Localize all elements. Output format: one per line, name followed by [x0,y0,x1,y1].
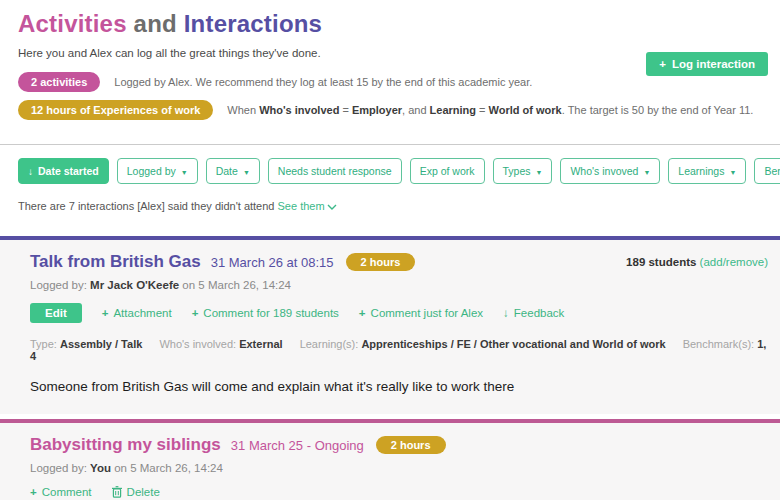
card-actions: +Comment Delete [30,486,768,498]
attachment-link[interactable]: +Attachment [102,307,172,319]
card-header: Babysitting my siblings 31 March 25 - On… [30,435,768,455]
logged-by-line: Logged by: You on 5 March 26, 14:24 [30,462,768,474]
delete-icon [112,486,122,498]
duration-badge: 2 hours [376,436,446,454]
caret-down-icon: ▼ [181,169,188,176]
caret-down-icon: ▼ [243,169,250,176]
interaction-card-babysitting: Babysitting my siblings 31 March 25 - On… [0,419,780,500]
logged-by-line: Logged by: Mr Jack O'Keefe on 5 March 26… [30,279,768,291]
interaction-card-talk-from-british-gas: Talk from British Gas 31 March 26 at 08:… [0,236,780,414]
activities-summary-text: Logged by Alex. We recommend they log at… [114,76,532,88]
chevron-down-icon [327,204,337,211]
card-header: Talk from British Gas 31 March 26 at 08:… [30,252,768,272]
notice-text: There are 7 interactions [Alex] said the… [18,200,278,212]
page-title: Activities and Interactions [18,10,768,38]
filter-bar: ↓Date started Logged by▼ Date▼ Needs stu… [0,145,780,184]
meta-learnings: Learning(s): Apprenticeships / FE / Othe… [300,338,666,350]
students-info: 189 students (add/remove) [626,256,768,268]
page-title-activities: Activities [18,10,127,37]
arrow-down-icon: ↓ [503,307,509,319]
plus-icon: + [359,307,366,319]
feedback-link[interactable]: ↓Feedback [503,307,564,319]
hours-summary-text: When Who's involved = Employer, and Lear… [227,104,753,116]
filter-types[interactable]: Types▼ [493,158,553,184]
filter-date[interactable]: Date▼ [206,158,260,184]
hours-badge: 12 hours of Experiences of work [18,100,213,120]
see-them-link[interactable]: See them [278,200,337,212]
filter-exp-of-work[interactable]: Exp of work [410,158,485,184]
filter-learnings[interactable]: Learnings▼ [668,158,746,184]
caret-down-icon: ▼ [643,169,650,176]
comment-for-students-link[interactable]: +Comment for 189 students [192,307,339,319]
page-header: Activities and Interactions Here you and… [0,0,780,120]
activities-count-badge: 2 activities [18,72,100,92]
logged-by-name: Mr Jack O'Keefe [90,279,179,291]
delete-link[interactable]: Delete [112,486,160,498]
interaction-date: 31 March 25 - Ongoing [231,438,364,453]
interaction-date: 31 March 26 at 08:15 [211,255,334,270]
comment-just-for-alex-link[interactable]: +Comment just for Alex [359,307,483,319]
caret-down-icon: ▼ [729,169,736,176]
page-title-and: and [127,10,184,37]
card-meta: Type: Assembly / Talk Who's involved: Ex… [30,338,768,362]
filter-benchmarks[interactable]: Benchmarks▼ [754,158,780,184]
add-remove-students-link[interactable]: (add/remove) [700,256,768,268]
hours-summary-row: 12 hours of Experiences of work When Who… [18,100,768,120]
filter-date-started[interactable]: ↓Date started [18,158,109,184]
plus-icon: + [30,486,37,498]
activities-page: Activities and Interactions Here you and… [0,0,780,500]
filter-logged-by[interactable]: Logged by▼ [117,158,198,184]
filter-needs-student-response[interactable]: Needs student response [268,158,402,184]
interaction-title: Talk from British Gas [30,252,201,272]
students-count: 189 students [626,256,696,268]
sort-descending-icon: ↓ [28,166,33,177]
missed-interactions-notice: There are 7 interactions [Alex] said the… [0,184,780,212]
meta-whos-involved: Who's involved: External [159,338,282,350]
card-actions: Edit +Attachment +Comment for 189 studen… [30,303,768,323]
log-interaction-label: Log interaction [672,58,755,70]
page-title-interactions: Interactions [184,10,322,37]
interaction-description: Someone from British Gas will come and e… [30,379,768,394]
interactions-list: Talk from British Gas 31 March 26 at 08:… [0,236,780,500]
meta-type: Type: Assembly / Talk [30,338,142,350]
edit-button[interactable]: Edit [30,303,82,323]
caret-down-icon: ▼ [536,169,543,176]
log-interaction-button[interactable]: +Log interaction [646,52,768,76]
duration-badge: 2 hours [346,253,416,271]
filter-whos-involved[interactable]: Who's invoved▼ [560,158,660,184]
plus-icon: + [102,307,109,319]
comment-link[interactable]: +Comment [30,486,92,498]
plus-icon: + [659,58,666,70]
plus-icon: + [192,307,199,319]
interaction-title: Babysitting my siblings [30,435,221,455]
logged-by-name: You [90,462,111,474]
